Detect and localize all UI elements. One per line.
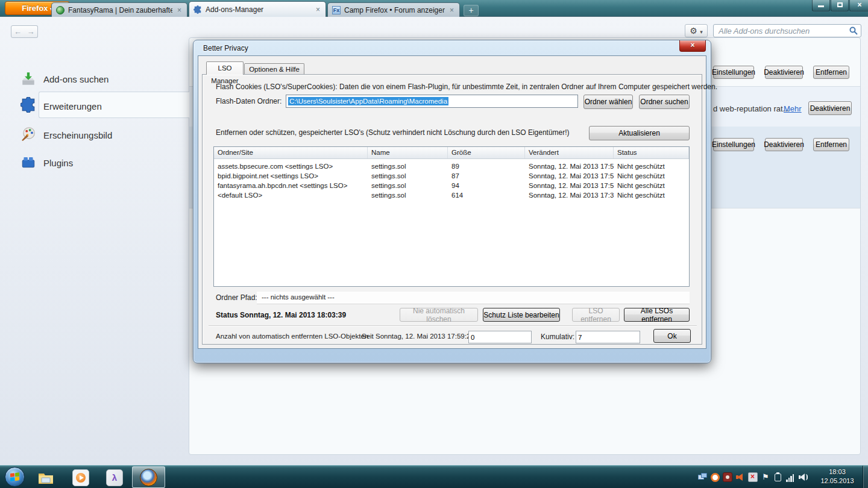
tab-title: FantasyRama | Dein zauberhaftes Ma... (68, 6, 172, 14)
auto-removed-label: Anzahl von automatisch entfernten LSO-Ob… (216, 333, 368, 340)
cumulative-input[interactable]: 7 (576, 331, 640, 343)
speaker-orange-icon[interactable] (735, 472, 745, 482)
sidebar-item-plugins[interactable] (20, 154, 36, 172)
fantasyrama-favicon (56, 6, 64, 14)
remove-lso-button[interactable]: LSO entfernen (572, 308, 620, 322)
refresh-button[interactable]: Aktualisieren (589, 126, 690, 140)
addon3-settings-button[interactable]: Einstellungen (713, 138, 754, 151)
clock-time: 18:03 (815, 468, 860, 477)
firefox-taskbar-button[interactable] (132, 466, 165, 488)
sidebar-label-addons-suchen[interactable]: Add-ons suchen (43, 74, 108, 84)
dialog-title: Better Privacy (203, 44, 248, 52)
caret-down-icon: ▾ (700, 29, 703, 35)
dialog-body: LSO Manager Optionen & Hilfe Flash Cooki… (198, 55, 706, 349)
since-count-input[interactable]: 0 (468, 331, 532, 343)
signal-bars-icon[interactable] (786, 472, 796, 482)
folder-path-label: Ordner Pfad: (216, 293, 257, 302)
close-button[interactable]: × (849, 0, 868, 11)
clipboard-icon[interactable] (773, 472, 783, 482)
tools-gear-button[interactable]: ⚙ ▾ (685, 24, 708, 37)
tab-camp-firefox[interactable]: Camp Firefox • Forum anzeigen - Fire... … (327, 2, 460, 17)
selected-text: C:\Users\Soulsister\AppData\Roaming\Macr… (288, 97, 448, 105)
sidebar-item-erscheinungsbild[interactable] (20, 126, 36, 144)
recorder-icon[interactable] (723, 472, 732, 482)
tab-fantasyrama[interactable]: FantasyRama | Dein zauberhaftes Ma... × (51, 2, 187, 17)
edit-protect-list-button[interactable]: Schutz Liste bearbeiten (483, 308, 560, 322)
col-groesse[interactable]: Größe (448, 147, 525, 158)
flash-folder-input[interactable]: C:\Users\Soulsister\AppData\Roaming\Macr… (286, 95, 578, 108)
search-icon (849, 27, 858, 35)
start-button[interactable] (5, 467, 25, 487)
never-auto-delete-button[interactable]: Nie automatisch löschen (400, 308, 478, 322)
addon1-settings-button[interactable]: Einstellungen (713, 66, 754, 79)
sidebar-item-addons-suchen[interactable] (20, 71, 36, 89)
folder-path-value: --- nichts ausgewählt --- (262, 293, 335, 301)
table-row[interactable]: bpid.bigpoint.net <settings LSO>settings… (214, 171, 689, 181)
error-window-icon[interactable] (748, 472, 758, 482)
addon1-remove-button[interactable]: Entfernen (813, 66, 849, 79)
sidebar-label-erscheinungsbild[interactable]: Erscheinungsbild (43, 130, 112, 140)
system-tray: ⚑ (698, 470, 808, 484)
status-line: Status Sonntag, 12. Mai 2013 18:03:39 (216, 311, 346, 319)
table-row[interactable]: assets.bpsecure.com <settings LSO>settin… (214, 161, 689, 171)
tab-optionen-hilfe[interactable]: Optionen & Hilfe (244, 63, 304, 75)
col-ordner-site[interactable]: Ordner/Site (214, 147, 368, 158)
addon3-disable-button[interactable]: Deaktivieren (765, 138, 803, 151)
orange-ring-icon[interactable] (711, 473, 720, 482)
tab-lso-manager[interactable]: LSO Manager (206, 61, 244, 75)
media-player-taskbar-icon[interactable] (72, 469, 89, 486)
tab-addons-manager[interactable]: Add-ons-Manager × (189, 1, 326, 17)
windows-flag-icon (10, 472, 20, 482)
sidebar-label-erweiterungen[interactable]: Erweiterungen (43, 101, 102, 111)
ok-button[interactable]: Ok (653, 329, 691, 343)
addon3-remove-button[interactable]: Entfernen (813, 138, 849, 151)
search-input[interactable] (713, 24, 861, 37)
table-row[interactable]: <default LSO>settings.sol614Sonntag, 12.… (214, 190, 689, 200)
sidebar-item-erweiterungen[interactable] (20, 97, 36, 115)
restore-button[interactable] (831, 0, 849, 11)
col-status[interactable]: Status (614, 147, 689, 158)
bricks-icon (20, 154, 36, 170)
addon1-disable-button[interactable]: Deaktivieren (765, 66, 803, 79)
tab-close-icon[interactable]: × (448, 6, 455, 14)
table-header-row: Ordner/Site Name Größe Verändert Status (214, 147, 689, 159)
puzzle-icon (20, 97, 36, 113)
volume-icon[interactable] (799, 472, 808, 482)
sidebar-label-plugins[interactable]: Plugins (43, 158, 73, 168)
show-desktop-button[interactable] (863, 466, 868, 488)
taskbar-clock[interactable]: 18:03 12.05.2013 (815, 468, 860, 486)
action-center-flag-icon[interactable]: ⚑ (761, 472, 770, 482)
browser-titlebar: Firefox ▾ FantasyRama | Dein zauberhafte… (0, 0, 868, 17)
puzzle-favicon (193, 5, 202, 14)
gear-icon: ⚙ (690, 26, 697, 36)
remove-all-lsos-button[interactable]: Alle LSOs entfernen (624, 308, 690, 322)
addon2-more-link[interactable]: Mehr (784, 104, 802, 113)
forward-button[interactable]: → (24, 25, 38, 38)
tab-close-icon[interactable]: × (315, 5, 321, 14)
col-veraendert[interactable]: Verändert (525, 147, 614, 158)
flash-cookies-description: Flash Cookies (LSO's/SuperCookies): Date… (216, 83, 717, 91)
download-icon (20, 71, 36, 87)
taskbar: λ ⚑ 18:03 12.05.2013 (0, 465, 868, 488)
search-folder-button[interactable]: Ordner suchen (639, 95, 690, 109)
lambda-dice-taskbar-icon[interactable]: λ (106, 469, 123, 486)
minimize-button[interactable] (812, 0, 830, 11)
back-button[interactable]: ← (11, 25, 25, 38)
lso-list-hint: Entfernen oder schützen, gespeicherter L… (216, 128, 570, 137)
choose-folder-button[interactable]: Ordner wählen (583, 95, 633, 109)
explorer-taskbar-icon[interactable] (37, 469, 54, 486)
dialog-close-button[interactable]: × (679, 40, 706, 52)
addon2-disable-button[interactable]: Deaktivieren (808, 101, 852, 115)
lso-manager-tabpage: Flash Cookies (LSO's/SuperCookies): Date… (202, 74, 702, 345)
better-privacy-dialog: Better Privacy × LSO Manager Optionen & … (193, 40, 711, 363)
clock-date: 12.05.2013 (815, 477, 860, 486)
network-computers-icon[interactable] (698, 472, 708, 482)
new-tab-button[interactable]: + (464, 5, 479, 16)
table-row[interactable]: fantasyrama.ah.bpcdn.net <settings LSO>s… (214, 181, 689, 190)
col-name[interactable]: Name (368, 147, 448, 158)
tab-close-icon[interactable]: × (176, 6, 183, 14)
lso-table[interactable]: Ordner/Site Name Größe Verändert Status … (213, 146, 690, 287)
tab-title: Camp Firefox • Forum anzeigen - Fire... (344, 6, 445, 14)
fx-favicon (332, 6, 341, 14)
window-controls: × (811, 0, 868, 11)
